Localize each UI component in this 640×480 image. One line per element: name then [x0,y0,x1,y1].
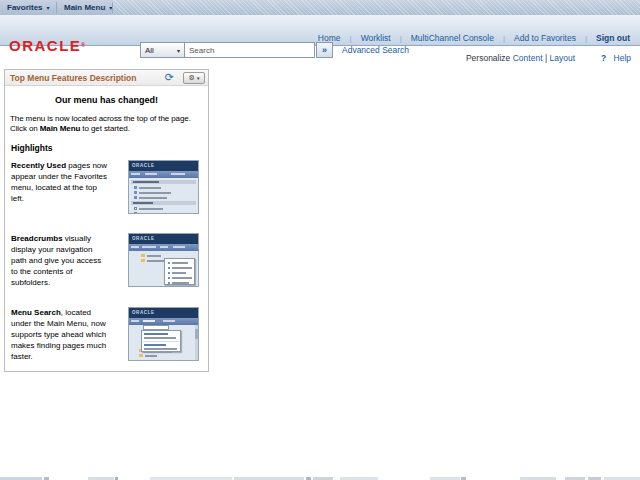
thumbnail-list-row [134,196,195,199]
page: Favorites▾ Main Menu▾ ORACLE® Home | Wor… [0,0,640,480]
main-menu-label: Main Menu [64,3,105,12]
thumbnail-folder-row [141,254,195,257]
pagelet-header: Top Menu Features Description ⟳ ⚙ ▾ [5,70,208,86]
header-band: ORACLE® Home | Worklist | MultiChannel C… [0,15,640,46]
thumbnail-menu-bar [129,171,198,178]
thumbnail-section-header [131,201,196,205]
highlight-text: Breadcrumbs visually display your naviga… [11,233,109,288]
thumbnail-list-row [134,186,195,189]
top-menu-bar: Favorites▾ Main Menu▾ [0,0,640,15]
nav-link-multichannel-console[interactable]: MultiChannel Console [402,33,503,43]
thumbnail-menu-bar [129,318,198,325]
thumbnail-menu-row [168,271,192,274]
thumbnail-dropdown-menu [164,258,195,285]
highlight-lead: Recently Used [11,161,66,170]
announcement-text: Our menu has changed! [10,95,203,105]
highlights-heading: Highlights [11,143,203,153]
pagelet-body: Our menu has changed! The menu is now lo… [5,86,208,362]
highlight-lead: Breadcrumbs [11,234,63,243]
help-icon: ? [601,53,606,63]
personalize-label: Personalize [466,53,510,63]
chevron-down-icon: ▾ [47,5,50,11]
nav-link-add-to-favorites[interactable]: Add to Favorites [505,33,585,43]
oracle-logo-text: ORACLE [9,37,81,54]
highlight-text: Menu Search, located under the Main Menu… [11,307,109,362]
thumbnail-oracle-logo: ORACLE [129,234,198,244]
thumbnail-menu-row [168,261,192,264]
personalize-layout-link[interactable]: Layout [549,53,575,63]
thumbnail-menu-row [168,276,192,279]
personalize-row: Personalize Content | Layout ? Help [0,53,640,65]
top-menu-features-pagelet: Top Menu Features Description ⟳ ⚙ ▾ Our … [4,69,209,372]
breadcrumbs-thumbnail: ORACLE [128,233,199,287]
highlight-text: Recently Used pages now appear under the… [11,160,109,204]
favorites-menu-label: Favorites [7,3,43,12]
intro-line-1: The menu is now located across the top o… [10,114,203,124]
topbar-divider [112,2,113,13]
highlight-lead: Menu Search [11,308,61,317]
recently-used-thumbnail: ORACLE [128,160,199,214]
refresh-icon[interactable]: ⟳ [165,72,174,83]
intro-line-2-post: to get started. [80,124,130,133]
personalize-content-link[interactable]: Content [513,53,543,63]
sign-out-link[interactable]: Sign out [587,33,632,43]
thumbnail-breadcrumb-bar [129,244,198,251]
thumbnail-checkbox-row [134,207,195,210]
highlight-menu-search: Menu Search, located under the Main Menu… [11,307,202,362]
main-menu[interactable]: Main Menu▾ [57,0,119,15]
thumbnail-folder-row [139,354,195,357]
thumbnail-menu-row [168,286,192,287]
intro-paragraph: The menu is now located across the top o… [10,114,203,134]
thumbnail-list-row [134,191,195,194]
thumbnail-oracle-logo: ORACLE [129,161,198,171]
pagelet-options-button[interactable]: ⚙ ▾ [183,72,205,84]
thumbnail-menu-row [168,266,192,269]
gear-icon: ⚙ [189,73,195,83]
thumbnail-typeahead-dropdown [141,330,181,352]
intro-main-menu-bold: Main Menu [40,124,80,133]
help-area: ? Help [601,53,631,63]
highlight-recently-used: Recently Used pages now appear under the… [11,160,202,214]
personalize-divider: | [545,53,547,63]
pagelet-title: Top Menu Features Description [5,73,165,83]
menu-search-thumbnail: ORACLE [128,307,199,361]
intro-line-2: Click on Main Menu to get started. [10,124,203,134]
personalize-links: Personalize Content | Layout [466,53,575,63]
chevron-down-icon: ▾ [197,73,200,83]
registered-mark: ® [81,42,85,48]
oracle-logo: ORACLE® [9,38,85,53]
thumbnail-section-header [131,180,196,184]
favorites-menu[interactable]: Favorites▾ [0,0,57,15]
thumbnail-checkbox-row [134,212,195,214]
help-link[interactable]: Help [614,53,631,63]
highlight-breadcrumbs: Breadcrumbs visually display your naviga… [11,233,202,288]
intro-line-2-pre: Click on [10,124,40,133]
thumbnail-oracle-logo: ORACLE [129,308,198,318]
thumbnail-scrollbar [195,325,198,360]
thumbnail-menu-row [168,281,192,284]
